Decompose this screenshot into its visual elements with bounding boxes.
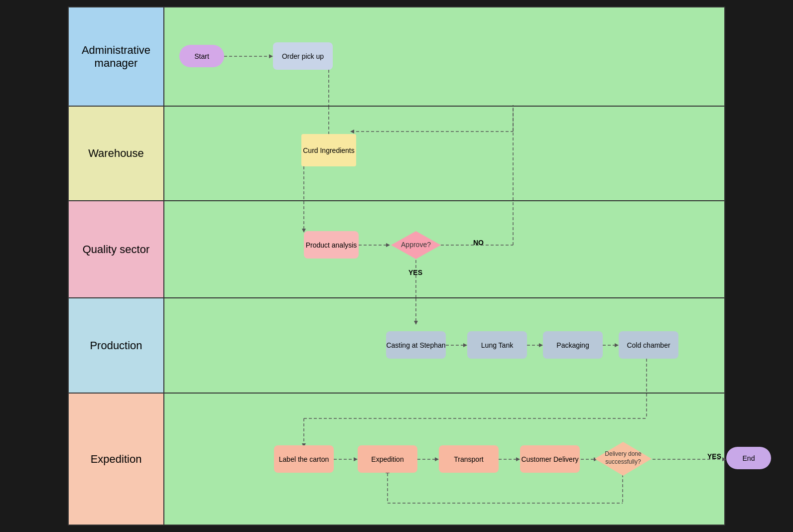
node-label-carton: Label the carton — [274, 445, 334, 473]
node-transport: Transport — [439, 445, 499, 473]
lane-expedition: Label the carton Expedition Transport Cu… — [164, 394, 724, 525]
svg-marker-21 — [463, 343, 467, 347]
svg-marker-34 — [435, 457, 439, 461]
diagram-container: Start Administrativemanager Warehouse Qu… — [68, 6, 725, 526]
label-yes2: YES — [707, 452, 721, 460]
node-customer-delivery: Customer Delivery — [520, 445, 580, 473]
node-packaging: Packaging — [543, 331, 603, 359]
node-casting: Casting at Stephan — [386, 331, 446, 359]
lane-warehouse: Curd Ingredients — [164, 107, 724, 200]
lane-label-quality: Quality sector — [69, 201, 163, 297]
admin-arrows — [164, 7, 724, 106]
svg-text:Approve?: Approve? — [401, 241, 431, 249]
svg-marker-36 — [516, 457, 520, 461]
svg-marker-25 — [615, 343, 619, 347]
lane-production: Casting at Stephan Lung Tank Packaging C… — [164, 298, 724, 393]
lane-label-warehouse: Warehouse — [69, 107, 163, 200]
node-curd-ingredients: Curd Ingredients — [301, 134, 356, 166]
svg-marker-8 — [350, 130, 354, 133]
lanes-content: Start Order pick up Curd Ingr — [164, 7, 724, 525]
warehouse-arrows — [164, 107, 724, 200]
node-product-analysis: Product analysis — [304, 231, 359, 259]
node-expedition: Expedition — [358, 445, 417, 473]
svg-marker-19 — [414, 321, 418, 325]
lane-quality: Product analysis Approve? NO YES — [164, 201, 724, 297]
node-order-pickup: Order pick up — [273, 42, 333, 70]
svg-marker-40 — [722, 457, 726, 461]
svg-marker-1 — [269, 54, 273, 58]
svg-marker-32 — [354, 457, 358, 461]
node-cold-chamber: Cold chamber — [619, 331, 678, 359]
node-delivery-done: Delivery done successfully? — [594, 441, 653, 477]
lane-label-production: Production — [69, 298, 163, 393]
node-end: End — [726, 447, 771, 469]
svg-marker-23 — [539, 343, 543, 347]
lane-admin: Start Order pick up — [164, 7, 724, 106]
node-approve: Approve? — [390, 230, 442, 260]
svg-text:Delivery done: Delivery done — [605, 450, 642, 457]
lane-label-admin: Start Administrativemanager — [69, 7, 163, 106]
svg-text:successfully?: successfully? — [605, 458, 641, 465]
label-yes1: YES — [408, 268, 422, 276]
node-lung-tank: Lung Tank — [467, 331, 527, 359]
lanes-labels: Start Administrativemanager Warehouse Qu… — [69, 7, 163, 525]
quality-arrows — [164, 201, 724, 297]
svg-marker-12 — [386, 243, 390, 247]
node-start: Start — [179, 45, 224, 67]
lane-label-expedition: Expedition — [69, 394, 163, 525]
label-no: NO — [473, 239, 484, 247]
